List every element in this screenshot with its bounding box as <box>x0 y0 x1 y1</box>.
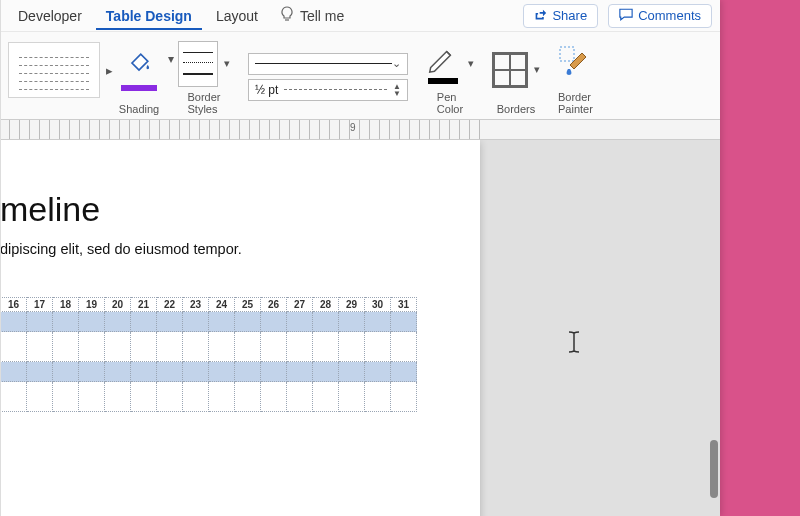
table-cell[interactable] <box>365 312 391 332</box>
table-cell[interactable] <box>131 362 157 382</box>
table-cell[interactable] <box>105 382 131 412</box>
table-cell[interactable] <box>1 332 27 362</box>
tell-me-search[interactable]: Tell me <box>272 2 352 29</box>
table-cell[interactable] <box>1 312 27 332</box>
table-cell[interactable] <box>235 312 261 332</box>
table-cell[interactable] <box>79 312 105 332</box>
table-header-cell[interactable]: 21 <box>131 298 157 312</box>
table-cell[interactable] <box>105 312 131 332</box>
table-cell[interactable] <box>27 332 53 362</box>
table-cell[interactable] <box>27 362 53 382</box>
table-cell[interactable] <box>365 332 391 362</box>
chevron-down-icon[interactable]: ▾ <box>224 57 230 70</box>
table-cell[interactable] <box>339 362 365 382</box>
table-cell[interactable] <box>157 312 183 332</box>
table-cell[interactable] <box>339 332 365 362</box>
table-cell[interactable] <box>287 312 313 332</box>
stepper-icon[interactable]: ▲▼ <box>393 83 401 97</box>
table-cell[interactable] <box>391 382 417 412</box>
borders-button[interactable] <box>492 52 528 88</box>
border-style-dropdown[interactable]: ⌄ <box>248 53 408 75</box>
table-cell[interactable] <box>339 382 365 412</box>
horizontal-ruler[interactable]: 9 <box>0 120 720 140</box>
table-row[interactable] <box>1 382 417 412</box>
table-row[interactable] <box>1 362 417 382</box>
table-cell[interactable] <box>27 382 53 412</box>
table-header-cell[interactable]: 17 <box>27 298 53 312</box>
table-cell[interactable] <box>261 332 287 362</box>
shading-button[interactable] <box>118 47 160 93</box>
table-cell[interactable] <box>313 312 339 332</box>
chevron-down-icon[interactable]: ▾ <box>468 57 474 70</box>
table-cell[interactable] <box>183 382 209 412</box>
page-title[interactable]: meline <box>0 190 460 229</box>
tab-developer[interactable]: Developer <box>8 2 92 30</box>
table-cell[interactable] <box>235 382 261 412</box>
table-cell[interactable] <box>79 362 105 382</box>
table-header-cell[interactable]: 19 <box>79 298 105 312</box>
table-cell[interactable] <box>391 332 417 362</box>
table-header-cell[interactable]: 28 <box>313 298 339 312</box>
table-cell[interactable] <box>131 312 157 332</box>
chevron-down-icon[interactable]: ▾ <box>168 52 174 66</box>
table-row[interactable] <box>1 332 417 362</box>
table-cell[interactable] <box>27 312 53 332</box>
comments-button[interactable]: Comments <box>608 4 712 28</box>
table-cell[interactable] <box>131 332 157 362</box>
table-cell[interactable] <box>287 382 313 412</box>
table-cell[interactable] <box>183 312 209 332</box>
table-cell[interactable] <box>261 382 287 412</box>
table-cell[interactable] <box>313 362 339 382</box>
table-cell[interactable] <box>287 332 313 362</box>
table-cell[interactable] <box>53 332 79 362</box>
table-cell[interactable] <box>1 362 27 382</box>
table-cell[interactable] <box>209 382 235 412</box>
table-cell[interactable] <box>183 362 209 382</box>
table-header-cell[interactable]: 20 <box>105 298 131 312</box>
table-cell[interactable] <box>1 382 27 412</box>
table-header-cell[interactable]: 22 <box>157 298 183 312</box>
table-cell[interactable] <box>53 382 79 412</box>
table-cell[interactable] <box>391 362 417 382</box>
chevron-right-icon[interactable]: ▸ <box>106 62 113 77</box>
document-canvas[interactable]: meline dipiscing elit, sed do eiusmod te… <box>0 140 720 516</box>
tab-table-design[interactable]: Table Design <box>96 2 202 30</box>
pen-color-button[interactable] <box>426 44 462 84</box>
table-cell[interactable] <box>261 312 287 332</box>
table-cell[interactable] <box>131 382 157 412</box>
table-cell[interactable] <box>105 332 131 362</box>
body-text[interactable]: dipiscing elit, sed do eiusmod tempor. <box>0 241 460 257</box>
table-cell[interactable] <box>79 382 105 412</box>
table-cell[interactable] <box>209 332 235 362</box>
table-header-cell[interactable]: 16 <box>1 298 27 312</box>
table-cell[interactable] <box>209 362 235 382</box>
border-weight-dropdown[interactable]: ½ pt ▲▼ <box>248 79 408 101</box>
table-cell[interactable] <box>365 362 391 382</box>
table-row[interactable] <box>1 312 417 332</box>
border-painter-button[interactable] <box>558 45 592 83</box>
table-cell[interactable] <box>183 332 209 362</box>
table-style-gallery[interactable]: ▸ <box>8 42 100 98</box>
table-cell[interactable] <box>235 332 261 362</box>
table-cell[interactable] <box>313 382 339 412</box>
table-cell[interactable] <box>287 362 313 382</box>
vertical-scrollbar-thumb[interactable] <box>710 440 718 498</box>
table-cell[interactable] <box>313 332 339 362</box>
page[interactable]: meline dipiscing elit, sed do eiusmod te… <box>0 140 480 516</box>
tab-layout[interactable]: Layout <box>206 2 268 30</box>
table-cell[interactable] <box>365 382 391 412</box>
chevron-down-icon[interactable]: ▾ <box>534 63 540 76</box>
table-cell[interactable] <box>235 362 261 382</box>
share-button[interactable]: Share <box>523 4 598 28</box>
table-cell[interactable] <box>261 362 287 382</box>
table-cell[interactable] <box>105 362 131 382</box>
table-header-cell[interactable]: 31 <box>391 298 417 312</box>
border-styles-button[interactable] <box>178 41 218 87</box>
table-cell[interactable] <box>391 312 417 332</box>
table-cell[interactable] <box>53 362 79 382</box>
table-header-cell[interactable]: 25 <box>235 298 261 312</box>
table-header-cell[interactable]: 26 <box>261 298 287 312</box>
table-header-cell[interactable]: 23 <box>183 298 209 312</box>
table-header-cell[interactable]: 18 <box>53 298 79 312</box>
table-cell[interactable] <box>157 362 183 382</box>
